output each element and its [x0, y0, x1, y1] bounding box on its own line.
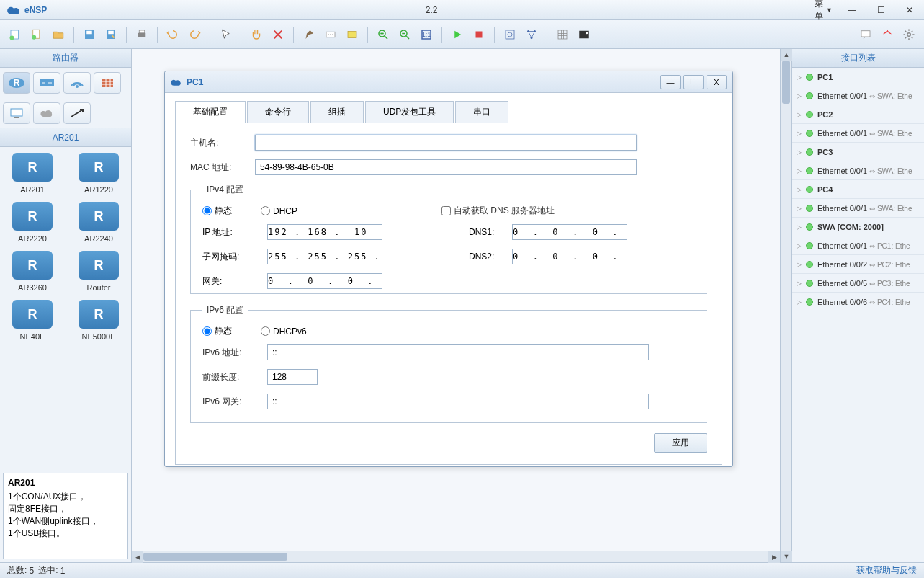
interface-row[interactable]: ▷Ethernet 0/0/1 ⇔ SWA: Ethe	[792, 124, 924, 143]
interface-row[interactable]: ▷PC4	[792, 180, 924, 199]
zoom-fit-icon[interactable]: 1:1	[417, 25, 436, 44]
mask-label: 子网掩码:	[202, 251, 267, 263]
interface-row[interactable]: ▷Ethernet 0/0/1 ⇔ SWA: Ethe	[792, 161, 924, 180]
dns2-label: DNS2:	[469, 252, 512, 262]
device-item[interactable]: RAR1220	[69, 150, 128, 197]
dialog-close-button[interactable]: X	[707, 75, 727, 89]
hostname-input[interactable]	[255, 135, 637, 151]
auto-dns-checkbox[interactable]: 自动获取 DNS 服务器地址	[441, 205, 555, 217]
interface-row[interactable]: ▷Ethernet 0/0/1 ⇔ SWA: Ethe	[792, 86, 924, 105]
scroll-left-icon[interactable]: ◀	[132, 551, 143, 563]
interface-row[interactable]: ▷PC3	[792, 143, 924, 161]
menu-button[interactable]: 菜 单▼	[809, 0, 838, 20]
minimize-button[interactable]: —	[838, 0, 866, 20]
screenshot-icon[interactable]	[575, 25, 593, 44]
device-item[interactable]: RAR2220	[3, 199, 62, 246]
scroll-down-icon[interactable]: ▼	[781, 551, 792, 562]
status-led-icon	[806, 167, 813, 174]
scroll-up-icon[interactable]: ▲	[781, 49, 792, 61]
horizontal-scrollbar[interactable]: ◀ ▶	[132, 551, 780, 562]
new-topo-icon[interactable]	[6, 25, 24, 44]
text-icon[interactable]	[321, 25, 340, 44]
category-wlan-icon[interactable]	[63, 72, 91, 94]
open-icon[interactable]	[49, 25, 68, 44]
category-cloud-icon[interactable]	[33, 102, 60, 124]
pointer-icon[interactable]	[216, 25, 235, 44]
interface-row[interactable]: ▷PC2	[792, 105, 924, 124]
new-file-icon[interactable]	[27, 25, 46, 44]
mac-input[interactable]	[255, 159, 637, 175]
statusbar: 总数: 5 选中: 1 获取帮助与反馈	[0, 562, 924, 578]
category-router-icon[interactable]: R	[3, 72, 30, 94]
vertical-scrollbar[interactable]: ▲ ▼	[780, 49, 791, 562]
save-as-icon[interactable]	[102, 25, 120, 44]
save-icon[interactable]	[80, 25, 99, 44]
interface-row[interactable]: ▷Ethernet 0/0/1 ⇔ SWA: Ethe	[792, 199, 924, 218]
ipv6-addr-input[interactable]	[267, 344, 649, 360]
tab-udp-tool[interactable]: UDP发包工具	[365, 101, 454, 123]
scroll-right-icon[interactable]: ▶	[768, 551, 780, 563]
ipv6-static-radio[interactable]: 静态	[202, 325, 232, 337]
dns1-input[interactable]	[512, 224, 627, 240]
print-icon[interactable]	[133, 25, 151, 44]
ipv4-static-radio[interactable]: 静态	[202, 205, 232, 217]
close-button[interactable]: ✕	[895, 0, 924, 20]
undo-icon[interactable]	[163, 25, 182, 44]
start-icon[interactable]	[448, 25, 467, 44]
tab-basic-config[interactable]: 基础配置	[175, 101, 246, 123]
gateway-input[interactable]	[267, 273, 382, 289]
interface-row[interactable]: ▷SWA [COM: 2000]	[792, 218, 924, 236]
canvas[interactable]: PC1 — ☐ X 基础配置 命令行 组播 UDP发包工具 串口	[132, 49, 780, 551]
device-item[interactable]: RNE5000E	[69, 297, 128, 344]
interface-row[interactable]: ▷Ethernet 0/0/6 ⇔ PC4: Ethe	[792, 293, 924, 311]
capture-icon[interactable]	[501, 25, 519, 44]
grid-icon[interactable]	[553, 25, 572, 44]
apply-button[interactable]: 应用	[654, 433, 707, 453]
expand-icon: ▷	[797, 92, 802, 99]
zoom-out-icon[interactable]	[395, 25, 414, 44]
interface-row[interactable]: ▷PC1	[792, 68, 924, 86]
palette-icon[interactable]	[343, 25, 362, 44]
status-led-icon	[806, 186, 813, 193]
tab-serial[interactable]: 串口	[455, 101, 508, 123]
redo-icon[interactable]	[185, 25, 204, 44]
broom-icon[interactable]	[300, 25, 318, 44]
category-firewall-icon[interactable]	[94, 72, 121, 94]
category-switch-icon[interactable]	[33, 72, 60, 94]
ipv6-dhcpv6-radio[interactable]: DHCPv6	[261, 326, 307, 337]
device-item[interactable]: RAR3260	[3, 248, 62, 295]
device-item[interactable]: RRouter	[69, 248, 128, 295]
ip-input[interactable]	[267, 224, 382, 240]
interface-list: ▷PC1▷Ethernet 0/0/1 ⇔ SWA: Ethe▷PC2▷Ethe…	[792, 68, 924, 562]
ipv6-gw-input[interactable]	[267, 394, 649, 409]
dialog-minimize-button[interactable]: —	[660, 75, 681, 89]
category-link-icon[interactable]	[63, 102, 91, 124]
ipv4-dhcp-radio[interactable]: DHCP	[261, 206, 297, 216]
delete-icon[interactable]	[269, 25, 287, 44]
tab-cli[interactable]: 命令行	[247, 101, 309, 123]
settings-icon[interactable]	[900, 25, 918, 44]
huawei-icon[interactable]	[878, 25, 897, 44]
device-item[interactable]: RAR2240	[69, 199, 128, 246]
interface-row[interactable]: ▷Ethernet 0/0/2 ⇔ PC2: Ethe	[792, 255, 924, 274]
pan-icon[interactable]	[247, 25, 266, 44]
interface-row[interactable]: ▷Ethernet 0/0/1 ⇔ PC1: Ethe	[792, 236, 924, 255]
message-icon[interactable]	[856, 25, 875, 44]
maximize-button[interactable]: ☐	[866, 0, 895, 20]
dialog-maximize-button[interactable]: ☐	[683, 75, 704, 89]
zoom-in-icon[interactable]	[374, 25, 393, 44]
topo-icon[interactable]	[522, 25, 541, 44]
prefix-input[interactable]	[267, 369, 318, 385]
interface-row[interactable]: ▷Ethernet 0/0/5 ⇔ PC3: Ethe	[792, 274, 924, 293]
category-pc-icon[interactable]	[3, 102, 30, 124]
help-feedback-link[interactable]: 获取帮助与反馈	[856, 564, 917, 577]
svg-rect-36	[14, 117, 19, 118]
tab-multicast[interactable]: 组播	[310, 101, 364, 123]
stop-icon[interactable]	[470, 25, 488, 44]
mask-input[interactable]	[267, 249, 382, 264]
dns2-input[interactable]	[512, 249, 627, 264]
device-item[interactable]: RNE40E	[3, 297, 62, 344]
device-item[interactable]: RAR201	[3, 150, 62, 197]
svg-rect-7	[108, 30, 114, 34]
status-total-label: 总数:	[7, 564, 27, 577]
